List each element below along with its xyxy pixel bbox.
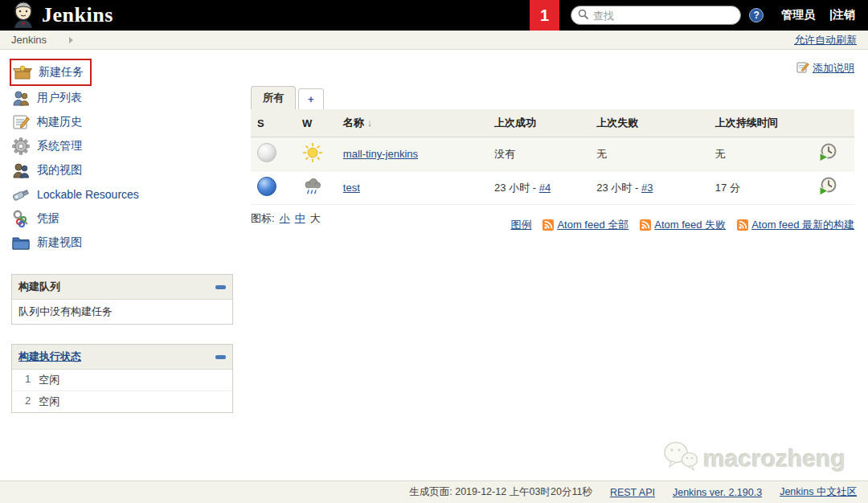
legend-link[interactable]: 图例 xyxy=(510,218,531,232)
jenkins-chinese-community-link[interactable]: Jenkins 中文社区 xyxy=(780,485,857,499)
search-input[interactable] xyxy=(593,10,734,22)
tab-new-view[interactable]: + xyxy=(298,88,324,109)
jenkins-logo[interactable]: Jenkins xyxy=(11,1,113,31)
column-header-last-success[interactable]: 上次成功 xyxy=(488,109,590,137)
jenkins-version-link[interactable]: Jenkins ver. 2.190.3 xyxy=(673,487,762,498)
sidebar-item-label: 构建历史 xyxy=(37,115,82,129)
icon-size-medium-link[interactable]: 中 xyxy=(295,211,305,226)
sidebar-item-manage-jenkins[interactable]: 系统管理 xyxy=(11,134,251,158)
column-header-name[interactable]: 名称↓ xyxy=(337,109,488,137)
build-queue-header: 构建队列 xyxy=(12,275,232,300)
executor-status-header: 构建执行状态 xyxy=(12,345,232,370)
build-queue-empty-text: 队列中没有构建任务 xyxy=(12,300,232,324)
rss-icon xyxy=(737,219,748,231)
breadcrumb-root[interactable]: Jenkins xyxy=(11,34,47,46)
sidebar-item-new-view[interactable]: 新建视图 xyxy=(11,231,251,255)
admin-user-link[interactable]: 管理员 xyxy=(781,8,815,22)
sidebar-item-new-item[interactable]: 新建任务 xyxy=(11,60,90,84)
watermark-text: macrozheng xyxy=(703,445,845,472)
tab-all[interactable]: 所有 xyxy=(251,86,296,109)
view-tabs: 所有 + xyxy=(251,86,854,109)
sidebar-item-label: 系统管理 xyxy=(37,139,82,153)
table-row: test 23 小时 - #4 23 小时 - #3 17 分 xyxy=(251,171,854,205)
last-failure-value: 无 xyxy=(596,148,607,160)
rest-api-link[interactable]: REST API xyxy=(610,487,655,498)
sidebar-item-credentials[interactable]: 凭据 xyxy=(11,207,251,231)
rss-icon xyxy=(640,219,651,231)
jenkins-butler-icon xyxy=(11,1,35,31)
collapse-icon[interactable] xyxy=(215,355,226,359)
last-success-value: 没有 xyxy=(494,148,515,160)
executor-row: 2 空闲 xyxy=(12,391,232,412)
build-link[interactable]: #3 xyxy=(641,182,653,194)
lockable-resources-icon xyxy=(11,185,31,204)
column-header-last-duration[interactable]: 上次持续时间 xyxy=(709,109,811,137)
watermark: macrozheng xyxy=(663,440,845,476)
job-link[interactable]: test xyxy=(343,182,360,194)
weather-sunny-icon[interactable] xyxy=(302,142,323,163)
enable-auto-refresh-link[interactable]: 允许自动刷新 xyxy=(794,33,857,47)
main-area: 添加说明 所有 + S W 名称↓ 上次成功 上次失败 上次持续时间 xyxy=(251,60,868,413)
executor-number: 2 xyxy=(25,395,31,409)
job-link[interactable]: mall-tiny-jenkins xyxy=(343,148,418,160)
logout-link[interactable]: |注销 xyxy=(829,8,855,22)
status-ball-not-built[interactable] xyxy=(257,143,276,162)
collapse-icon[interactable] xyxy=(215,285,226,289)
status-ball-success[interactable] xyxy=(257,177,276,196)
new-item-icon xyxy=(13,63,32,82)
schedule-build-icon[interactable] xyxy=(817,142,838,163)
build-link[interactable]: #4 xyxy=(539,182,551,194)
sidebar: 新建任务 用户列表 xyxy=(0,60,251,413)
sidebar-item-label: 用户列表 xyxy=(37,91,82,105)
sidebar-item-people[interactable]: 用户列表 xyxy=(11,86,251,110)
people-icon xyxy=(11,88,31,108)
content-area: 新建任务 用户列表 xyxy=(0,50,868,413)
breadcrumb: Jenkins 允许自动刷新 xyxy=(0,31,868,50)
build-queue-panel: 构建队列 队列中没有构建任务 xyxy=(11,274,233,325)
page-generated-timestamp: 生成页面: 2019-12-12 上午03时20分11秒 xyxy=(409,485,592,499)
add-description-link[interactable]: 添加说明 xyxy=(813,61,854,76)
last-failure-time: 23 小时 - xyxy=(596,182,641,194)
feed-links: 图例 Atom feed 全部 Atom feed 失败 xyxy=(510,218,854,232)
page-footer: 生成页面: 2019-12-12 上午03时20分11秒 REST API Je… xyxy=(0,481,868,503)
icon-size-small-link[interactable]: 小 xyxy=(280,211,290,226)
sidebar-item-lockable-resources[interactable]: Lockable Resources xyxy=(11,182,251,207)
atom-feed-failures-link[interactable]: Atom feed 失败 xyxy=(654,218,726,232)
sort-descending-icon: ↓ xyxy=(367,117,373,129)
edit-description-icon xyxy=(796,61,809,76)
sidebar-item-label: 新建视图 xyxy=(37,235,82,250)
icon-size-large-current: 大 xyxy=(310,211,321,226)
executor-status-title[interactable]: 构建执行状态 xyxy=(18,350,81,364)
search-help-icon[interactable]: ? xyxy=(749,8,764,22)
sidebar-item-label: Lockable Resources xyxy=(37,188,139,201)
sidebar-item-label: 新建任务 xyxy=(39,65,84,80)
last-duration-value: 无 xyxy=(715,148,726,160)
last-success-time: 23 小时 - xyxy=(494,182,539,194)
build-history-icon xyxy=(11,112,31,132)
schedule-build-icon[interactable] xyxy=(817,176,838,197)
weather-rainy-icon[interactable] xyxy=(302,176,323,197)
table-row: mall-tiny-jenkins 没有 无 无 xyxy=(251,137,854,171)
annotation-step-badge: 1 xyxy=(530,0,559,31)
column-header-weather[interactable]: W xyxy=(296,109,337,137)
icon-size-label: 图标: xyxy=(251,211,275,226)
column-header-actions xyxy=(811,109,854,137)
sidebar-item-label: 我的视图 xyxy=(37,163,82,178)
sidebar-item-label: 凭据 xyxy=(37,211,59,226)
sidebar-item-build-history[interactable]: 构建历史 xyxy=(11,110,251,134)
search-box[interactable] xyxy=(571,6,741,25)
credentials-icon xyxy=(11,209,31,228)
atom-feed-all-link[interactable]: Atom feed 全部 xyxy=(557,218,628,232)
column-header-status[interactable]: S xyxy=(251,109,296,137)
column-header-last-failure[interactable]: 上次失败 xyxy=(590,109,709,137)
search-icon xyxy=(578,9,589,22)
executor-status-panel: 构建执行状态 1 空闲 2 空闲 xyxy=(11,344,233,413)
last-duration-value: 17 分 xyxy=(715,182,740,194)
wechat-icon xyxy=(663,440,698,476)
breadcrumb-chevron-icon[interactable] xyxy=(69,37,73,43)
atom-feed-latest-link[interactable]: Atom feed 最新的构建 xyxy=(751,218,854,232)
build-queue-title: 构建队列 xyxy=(18,280,60,294)
sidebar-item-my-views[interactable]: 我的视图 xyxy=(11,158,251,182)
rss-icon xyxy=(542,219,554,231)
new-view-icon xyxy=(11,233,31,252)
